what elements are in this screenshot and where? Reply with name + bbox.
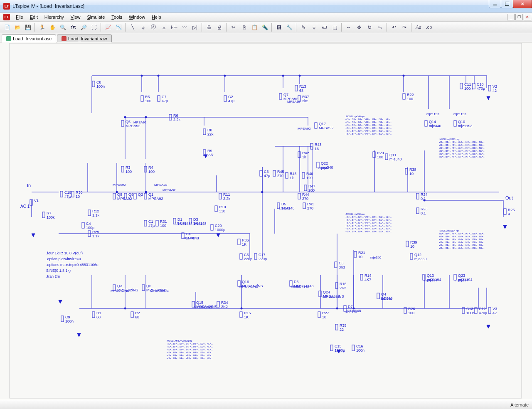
menu-help[interactable]: Help	[148, 14, 165, 20]
copy-bitmap-button[interactable]: 🖼	[274, 23, 283, 32]
schematic-canvas[interactable]: C8100nR5100C747µC247µR1368R22100C11100nC…	[0, 42, 532, 400]
control-panel-button[interactable]: 🔧	[285, 23, 294, 32]
pan-button[interactable]: 🗺	[69, 23, 78, 32]
model-label: MPSA92	[113, 183, 126, 187]
place-component-button[interactable]: ⬚	[330, 23, 339, 32]
capacitor-button[interactable]: ⊦⊢	[170, 23, 179, 32]
rotate-button[interactable]: ↻	[365, 23, 374, 32]
spice-directive-button[interactable]: .op	[424, 23, 433, 32]
svg-rect-63	[215, 206, 217, 212]
component-value: 100n	[96, 84, 105, 89]
save-button[interactable]: 💾	[23, 23, 32, 32]
model-label: 1N4148	[279, 207, 291, 210]
svg-rect-51	[304, 185, 307, 191]
svg-rect-49	[134, 193, 136, 199]
tab-waveform[interactable]: Load_Invariant.raw	[57, 34, 112, 42]
component-value: 16	[315, 147, 319, 151]
component-ref: R23	[421, 207, 428, 211]
model-text: +IS=... BF=... NF=... VAF=... IKF=... IS…	[167, 342, 213, 345]
zoom-full-button[interactable]: ⛶	[89, 23, 99, 32]
svg-rect-73	[238, 239, 240, 245]
maximize-button[interactable]	[501, 0, 513, 8]
schematic-icon	[6, 36, 11, 41]
model-label: MMSD4148	[291, 285, 309, 288]
new-schematic-button[interactable]: 📄	[2, 23, 12, 32]
move-button[interactable]: ↔	[344, 23, 353, 32]
paste-button[interactable]: 📋	[250, 23, 259, 32]
svg-rect-79	[335, 262, 337, 268]
menu-tools[interactable]: Tools	[108, 14, 126, 20]
redo-button[interactable]: ↷	[400, 23, 409, 32]
component-ref: R40	[306, 172, 313, 176]
mirror-button[interactable]: ⇋	[375, 23, 384, 32]
svg-rect-20	[224, 96, 227, 101]
menu-view[interactable]: View	[67, 14, 84, 20]
cut-button[interactable]: ✂	[229, 23, 238, 32]
component-value: 120	[306, 176, 313, 180]
component-ref: R2	[135, 311, 140, 315]
ground-button[interactable]: ⏚	[138, 23, 148, 32]
model-label: MPSA42/NS	[150, 289, 169, 293]
component-value: 100k	[47, 215, 55, 219]
component-ref: Q23	[458, 273, 465, 278]
component-value: 1k	[302, 155, 306, 159]
component-ref: R21	[358, 251, 365, 255]
close-button[interactable]: ✕	[513, 0, 532, 8]
open-button[interactable]: 📂	[13, 23, 22, 32]
model-text: +IS=... BF=... NF=... VAF=... IKF=... IS…	[167, 345, 213, 348]
component-ref: C7	[162, 95, 167, 99]
place-gnd-button[interactable]: ⏚	[309, 23, 318, 32]
svg-point-4	[282, 75, 284, 77]
menu-hierarchy[interactable]: Hierarchy	[41, 14, 67, 20]
model-label: mje340	[318, 166, 330, 170]
component-value: 1k	[290, 176, 294, 180]
component-ref: R9	[207, 149, 212, 153]
component-ref: R29	[92, 230, 99, 234]
menu-edit[interactable]: Edit	[27, 14, 41, 20]
diode-button[interactable]: ▷|	[190, 23, 200, 32]
find-button[interactable]: 🔦	[260, 23, 269, 32]
component-ref: R3	[126, 165, 131, 170]
component-value: mje340	[389, 157, 402, 161]
copy-button[interactable]: ⎘	[239, 23, 249, 32]
print-setup-button[interactable]: 🖨	[215, 23, 224, 32]
component-value: 47µ	[162, 99, 168, 103]
text-button[interactable]: Aa	[414, 23, 423, 32]
component-ref: C17	[259, 253, 266, 257]
print-button[interactable]: 🖶	[204, 23, 214, 32]
model-label: BD329	[381, 297, 391, 301]
component-value: 0.1	[421, 197, 426, 201]
component-ref: C10	[477, 82, 484, 86]
mdi-restore-button[interactable]: ❐	[515, 14, 523, 20]
svg-rect-66	[144, 220, 147, 226]
mdi-minimize-button[interactable]: _	[507, 14, 515, 20]
app-icon-small[interactable]: LT	[3, 14, 10, 20]
autorange-button[interactable]: 📉	[114, 23, 123, 32]
model-text: +IS=... BF=... NF=... VAF=... IKF=... IS…	[439, 238, 485, 241]
menu-window[interactable]: Window	[126, 14, 148, 20]
minimize-button[interactable]	[489, 0, 501, 8]
drag-button[interactable]: ✥	[355, 23, 364, 32]
zoom-out-button[interactable]: 🔎	[79, 23, 88, 32]
zoom-in-button[interactable]: 🔍	[58, 23, 67, 32]
window-buttons: ✕	[489, 0, 532, 8]
component-ref: R16	[340, 282, 347, 286]
pick-visible-traces-button[interactable]: 📈	[103, 23, 113, 32]
component-ref: R10	[219, 205, 226, 209]
halt-button[interactable]: ✋	[48, 23, 57, 32]
draw-wire-button[interactable]: ✎	[299, 23, 308, 32]
resistor-button[interactable]: ⏛	[159, 23, 168, 32]
place-netlabel-button[interactable]: 🏷	[320, 23, 329, 32]
wire-button[interactable]: ╲	[128, 23, 137, 32]
menu-simulate[interactable]: Simulate	[84, 14, 108, 20]
component-value: 42	[493, 311, 497, 315]
run-button[interactable]: 🏃	[37, 23, 47, 32]
inductor-button[interactable]: 〰	[180, 23, 189, 32]
svg-rect-91	[217, 301, 219, 307]
tab-schematic[interactable]: Load_Invariant.asc	[2, 34, 56, 42]
undo-button[interactable]: ↶	[389, 23, 399, 32]
menu-file[interactable]: File	[12, 14, 27, 20]
mdi-close-button[interactable]: ✕	[524, 14, 531, 20]
svg-rect-31	[425, 121, 427, 126]
label-net-button[interactable]: Ⓐ	[149, 23, 158, 32]
